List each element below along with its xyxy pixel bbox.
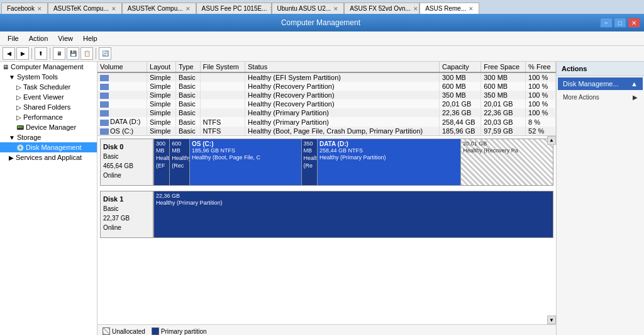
- cell-layout: Simple: [147, 99, 176, 108]
- cell-type: Basic: [175, 72, 200, 82]
- cell-capacity: 350 MB: [439, 91, 480, 99]
- maximize-button[interactable]: □: [614, 18, 626, 28]
- tree-task-scheduler[interactable]: ▷ Task Scheduler: [0, 82, 97, 92]
- close-button[interactable]: ✕: [628, 18, 640, 28]
- menu-action[interactable]: Action: [24, 33, 53, 44]
- disk0-row: Disk 0 Basic 465,64 GB Online 300 MBHeal…: [100, 139, 553, 186]
- cell-layout: Simple: [147, 91, 176, 99]
- cell-layout: Simple: [147, 72, 176, 82]
- computer-button[interactable]: 🖥: [53, 47, 65, 60]
- computer-icon: 🖥: [3, 64, 9, 71]
- table-row[interactable]: Simple Basic Healthy (Recovery Partition…: [97, 82, 556, 91]
- table-row[interactable]: DATA (D:) Simple Basic NTFS Healthy (Pri…: [97, 117, 556, 126]
- menu-view[interactable]: View: [53, 33, 78, 44]
- more-actions-label: More Actions: [563, 94, 599, 101]
- up-button[interactable]: ⬆: [35, 47, 47, 60]
- tree-computer-management[interactable]: 🖥 Computer Management: [0, 62, 97, 72]
- tree-storage[interactable]: ▼ Storage: [0, 132, 97, 142]
- tab-close-3[interactable]: ✕: [186, 6, 191, 12]
- tree-label: Event Viewer: [23, 93, 64, 101]
- disk0-partition-2[interactable]: 600 MBHealthy (Rec: [170, 139, 190, 185]
- tree-disk-management[interactable]: 💿 Disk Management: [0, 142, 97, 152]
- save-button[interactable]: 💾: [67, 47, 79, 60]
- scroll-down-button[interactable]: ▼: [547, 315, 556, 324]
- tab-close-6[interactable]: ✕: [413, 6, 418, 12]
- cell-capacity: 185,96 GB: [439, 127, 480, 135]
- browser-tab-6[interactable]: ASUS FX 52vd Ovn... ✕: [344, 3, 419, 14]
- disk0-partition-recovery[interactable]: 20,01 GBHealthy (Recovery Pa: [461, 139, 553, 185]
- menu-file[interactable]: File: [3, 33, 24, 44]
- cell-fs: NTFS: [200, 127, 245, 135]
- cell-layout: Simple: [147, 117, 176, 126]
- cell-volume: OS (C:): [97, 127, 147, 135]
- cell-fs: [200, 91, 245, 99]
- tree-performance[interactable]: ▷ Performance: [0, 112, 97, 122]
- cell-type: Basic: [175, 127, 200, 135]
- col-capacity: Capacity: [439, 62, 480, 72]
- more-actions-button[interactable]: More Actions ▶: [558, 91, 643, 103]
- disk1-type: Basic: [103, 205, 118, 212]
- cell-type: Basic: [175, 108, 200, 117]
- browser-tab-1[interactable]: Facebook ✕: [1, 3, 48, 14]
- legend-unallocated-color: [103, 327, 110, 335]
- right-panel: Actions Disk Manageme... ▲ More Actions …: [556, 62, 644, 335]
- tree-system-tools[interactable]: ▼ System Tools: [0, 72, 97, 82]
- tree-shared-folders[interactable]: ▷ Shared Folders: [0, 102, 97, 112]
- cell-fs: [200, 108, 245, 117]
- forward-button[interactable]: ▶: [16, 47, 29, 60]
- table-row[interactable]: OS (C:) Simple Basic NTFS Healthy (Boot,…: [97, 127, 556, 135]
- scroll-up-button[interactable]: ▲: [547, 136, 556, 145]
- cell-capacity: 600 MB: [439, 82, 480, 91]
- cell-capacity: 300 MB: [439, 72, 480, 82]
- browser-tab-7[interactable]: ASUS Reme... ✕: [419, 3, 479, 14]
- tree-label: Task Scheduler: [23, 83, 70, 91]
- tab-close-1[interactable]: ✕: [37, 6, 42, 12]
- tree-device-manager[interactable]: 📟 Device Manager: [0, 122, 97, 132]
- tab-close-5[interactable]: ✕: [333, 6, 338, 12]
- disk0-partition-data[interactable]: DATA (D:) 258,44 GB NTFSHealthy (Primary…: [318, 139, 461, 185]
- minimize-button[interactable]: −: [600, 18, 613, 28]
- tree-services[interactable]: ▶ Services and Applicat: [0, 152, 97, 162]
- menu-help[interactable]: Help: [78, 33, 103, 44]
- tab-close-2[interactable]: ✕: [111, 6, 116, 12]
- disk-management-button[interactable]: Disk Manageme... ▲: [558, 77, 643, 90]
- tab-close-7[interactable]: ✕: [469, 6, 474, 12]
- cell-status: Healthy (EFI System Partition): [245, 72, 440, 82]
- properties-button[interactable]: 📋: [80, 47, 93, 60]
- table-row[interactable]: Simple Basic Healthy (EFI System Partiti…: [97, 72, 556, 82]
- col-volume: Volume: [97, 62, 147, 72]
- cell-type: Basic: [175, 99, 200, 108]
- table-row[interactable]: Simple Basic Healthy (Primary Partition)…: [97, 108, 556, 117]
- tab-label: ASUS FX 52vd Ovn...: [350, 5, 411, 12]
- back-button[interactable]: ◀: [3, 47, 15, 60]
- browser-tab-5[interactable]: Ubuntu ASUS U2... ✕: [272, 3, 345, 14]
- disk0-size: 465,64 GB: [103, 162, 133, 169]
- cell-pct-free: 100 %: [526, 82, 556, 91]
- dropdown-arrow-icon: ▲: [631, 80, 638, 88]
- col-status: Status: [245, 62, 440, 72]
- disk0-partition-3[interactable]: 350 MBHealthy (Re: [302, 139, 318, 185]
- cell-status: Healthy (Boot, Page File, Crash Dump, Pr…: [245, 127, 440, 135]
- cell-capacity: 20,01 GB: [439, 99, 480, 108]
- cell-layout: Simple: [147, 82, 176, 91]
- browser-tab-3[interactable]: ASUSTeK Compu... ✕: [122, 3, 196, 14]
- window-title: Computer Management: [42, 18, 600, 27]
- cell-volume: [97, 99, 147, 108]
- table-row[interactable]: Simple Basic Healthy (Recovery Partition…: [97, 99, 556, 108]
- disk1-partition-1[interactable]: 22,36 GBHealthy (Primary Partition): [154, 191, 553, 237]
- cell-layout: Simple: [147, 108, 176, 117]
- table-row[interactable]: Simple Basic Healthy (Recovery Partition…: [97, 91, 556, 99]
- refresh-button[interactable]: 🔄: [99, 47, 111, 60]
- cell-free-space: 97,59 GB: [481, 127, 526, 135]
- services-icon: ▶: [9, 154, 14, 161]
- disk0-partition-1[interactable]: 300 MBHealthy (EF: [154, 139, 170, 185]
- disk1-name: Disk 1: [103, 195, 123, 203]
- browser-tab-2[interactable]: ASUSTeK Compu... ✕: [48, 3, 122, 14]
- tree-label: System Tools: [17, 73, 58, 81]
- browser-tab-4[interactable]: ASUS Fee PC 1015E... ✕: [196, 3, 272, 14]
- disk0-name: Disk 0: [103, 143, 123, 150]
- legend-unallocated-label: Unallocated: [112, 328, 145, 335]
- tree-event-viewer[interactable]: ▷ Event Viewer: [0, 92, 97, 102]
- disk0-partition-os[interactable]: OS (C:) 185,96 GB NTFSHealthy (Boot, Pag…: [190, 139, 302, 185]
- legend-unallocated: Unallocated: [103, 327, 145, 335]
